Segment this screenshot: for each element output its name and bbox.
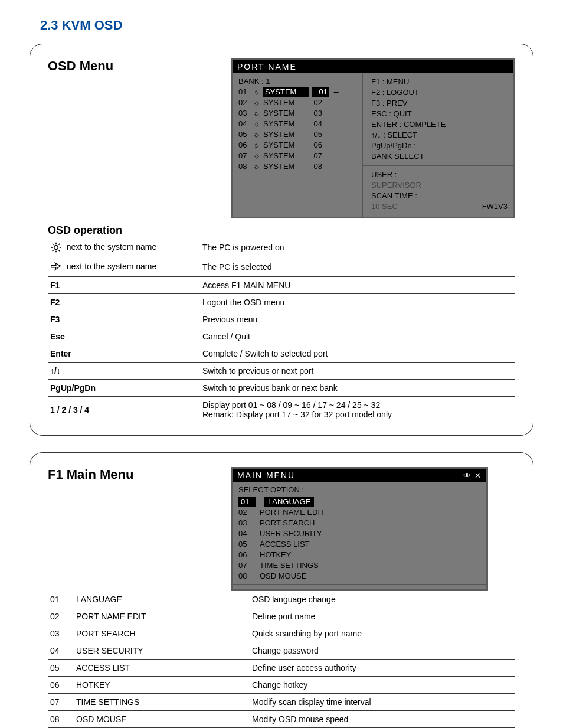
osd-user-label: USER : [371, 169, 508, 180]
osd-operation-table: next to the system nameThe PC is powered… [48, 238, 515, 423]
port-row: 03☼SYSTEM03 [238, 108, 356, 119]
f1-menu-heading: F1 Main Menu [48, 467, 213, 482]
osd-bank-label: BANK : 1 [238, 77, 356, 86]
osd-hint: F3 : PREV [371, 98, 508, 109]
menu-option: 02PORT NAME EDIT [238, 507, 480, 518]
menu-option: 01LANGUAGE [238, 497, 480, 507]
menu-option: 05ACCESS LIST [238, 539, 480, 550]
table-row: 05ACCESS LISTDefine user access authorit… [48, 660, 515, 677]
selected-icon: ⬅ [332, 87, 340, 97]
menu-option: 06HOTKEY [238, 550, 480, 560]
table-row: EscCancel / Quit [48, 328, 515, 345]
main-menu-screen: MAIN MENU 👁 ✕ SELECT OPTION : 01LANGUAGE… [231, 467, 488, 591]
table-row: 03PORT SEARCHQuick searching by port nam… [48, 625, 515, 642]
osd-hints: F1 : MENUF2 : LOGOUTF3 : PREVESC : QUITE… [363, 73, 513, 217]
table-row: 06HOTKEYChange hotkey [48, 677, 515, 694]
op-description: Cancel / Quit [200, 328, 515, 345]
table-row: 01LANGUAGEOSD language change [48, 591, 515, 608]
table-row: F2Logout the OSD menu [48, 294, 515, 311]
sun-icon: ☼ [253, 129, 261, 140]
port-row: 05☼SYSTEM05 [238, 129, 356, 140]
osd-user-value: SUPERVISOR [371, 180, 508, 191]
osd-port-list: BANK : 1 01☼SYSTEM01⬅02☼SYSTEM0203☼SYSTE… [233, 73, 363, 217]
osd-menu-panel: OSD Menu PORT NAME BANK : 1 01☼SYSTEM01⬅… [30, 44, 533, 436]
osd-screen: PORT NAME BANK : 1 01☼SYSTEM01⬅02☼SYSTEM… [231, 58, 515, 218]
osd-scan-value: 10 SEC [371, 201, 398, 212]
mouse-icon [50, 261, 62, 273]
osd-screen-title: PORT NAME [237, 62, 297, 71]
op-description: Display port 01 ~ 08 / 09 ~ 16 / 17 ~ 24… [200, 397, 515, 423]
main-menu-title: MAIN MENU [237, 471, 295, 480]
osd-hint: F2 : LOGOUT [371, 87, 508, 98]
port-row: 02☼SYSTEM02 [238, 97, 356, 108]
f1-menu-table: 01LANGUAGEOSD language change02PORT NAME… [48, 591, 515, 728]
osd-hint: ESC : QUIT [371, 109, 508, 119]
op-description: Switch to previous or next port [200, 363, 515, 380]
table-row: 02PORT NAME EDITDefine port name [48, 608, 515, 625]
table-row: F3Previous menu [48, 311, 515, 328]
table-row: ↑/↓Switch to previous or next port [48, 363, 515, 380]
close-icon: 👁 ✕ [463, 471, 482, 480]
table-row: 04USER SECURITYChange password [48, 642, 515, 660]
osd-hint: ↑/↓ : SELECT [371, 130, 508, 141]
osd-scan-label: SCAN TIME : [371, 191, 508, 201]
sun-icon: ☼ [253, 140, 261, 151]
op-description: Logout the OSD menu [200, 294, 515, 311]
table-row: EnterComplete / Switch to selected port [48, 345, 515, 363]
op-description: Switch to previous bank or next bank [200, 380, 515, 397]
sun-icon: ☼ [253, 108, 261, 119]
port-row: 01☼SYSTEM01⬅ [238, 87, 356, 97]
table-row: next to the system nameThe PC is selecte… [48, 257, 515, 277]
osd-firmware: FW1V3 [482, 201, 508, 212]
sun-icon: ☼ [253, 97, 261, 108]
osd-hint: F1 : MENU [371, 77, 508, 87]
table-row: PgUp/PgDnSwitch to previous bank or next… [48, 380, 515, 397]
osd-hint: BANK SELECT [371, 151, 508, 162]
menu-option: 08OSD MOUSE [238, 571, 480, 582]
sun-icon [50, 241, 62, 253]
osd-hint: ENTER : COMPLETE [371, 119, 508, 130]
sun-icon: ☼ [253, 87, 261, 97]
port-row: 08☼SYSTEM08 [238, 161, 356, 172]
menu-option: 04USER SECURITY [238, 528, 480, 539]
op-description: The PC is selected [200, 257, 515, 277]
sun-icon: ☼ [253, 161, 261, 172]
select-option-label: SELECT OPTION : [238, 484, 480, 497]
op-description: Previous menu [200, 311, 515, 328]
menu-option: 07TIME SETTINGS [238, 560, 480, 571]
table-row: 08OSD MOUSEModify OSD mouse speed [48, 711, 515, 728]
table-row: 1 / 2 / 3 / 4Display port 01 ~ 08 / 09 ~… [48, 397, 515, 423]
op-description: The PC is powered on [200, 238, 515, 257]
menu-option: 03PORT SEARCH [238, 518, 480, 528]
osd-menu-heading: OSD Menu [48, 58, 213, 74]
sun-icon: ☼ [253, 151, 261, 161]
section-title: 2.3 KVM OSD [40, 18, 533, 33]
osd-hint: PgUp/PgDn : [371, 141, 508, 151]
op-description: Complete / Switch to selected port [200, 345, 515, 363]
port-row: 06☼SYSTEM06 [238, 140, 356, 151]
sun-icon: ☼ [253, 119, 261, 129]
table-row: F1Access F1 MAIN MENU [48, 277, 515, 294]
table-row: next to the system nameThe PC is powered… [48, 238, 515, 257]
port-row: 04☼SYSTEM04 [238, 119, 356, 129]
port-row: 07☼SYSTEM07 [238, 151, 356, 161]
table-row: 07TIME SETTINGSModify scan display time … [48, 694, 515, 711]
osd-titlebar: PORT NAME [233, 60, 513, 73]
osd-operation-heading: OSD operation [48, 224, 515, 237]
f1-main-menu-panel: F1 Main Menu MAIN MENU 👁 ✕ SELECT OPTION… [30, 452, 533, 728]
op-description: Access F1 MAIN MENU [200, 277, 515, 294]
